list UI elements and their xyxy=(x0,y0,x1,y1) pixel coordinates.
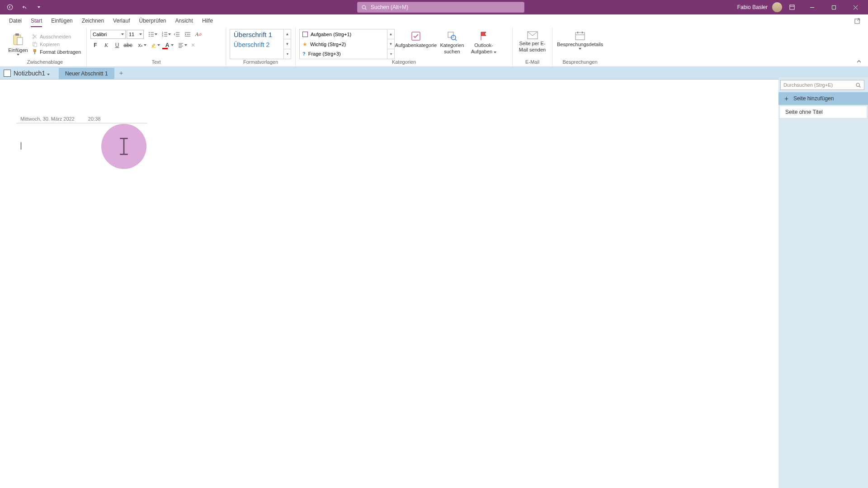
tab-verlauf[interactable]: Verlauf xyxy=(108,14,134,27)
calendar-icon xyxy=(574,31,586,41)
menu-tabs: Datei Start Einfügen Zeichnen Verlauf Üb… xyxy=(0,14,868,27)
numbering-button[interactable]: 123 xyxy=(158,30,171,39)
font-size-select[interactable]: 11 xyxy=(127,30,144,39)
style-h1[interactable]: Überschrift 1 xyxy=(230,29,283,40)
ribbon: Einfügen Ausschneiden Kopieren Format üb… xyxy=(0,27,868,67)
undo-button[interactable] xyxy=(18,2,31,13)
align-button[interactable] xyxy=(175,41,187,50)
notebook-name[interactable]: Notizbuch1 xyxy=(14,70,50,77)
svg-rect-9 xyxy=(855,19,859,23)
copy-button: Kopieren xyxy=(32,41,81,47)
email-page-button[interactable]: Seite per E-Mail senden xyxy=(516,29,548,59)
group-label-clipboard: Zwischenablage xyxy=(7,59,83,66)
tab-einfuegen[interactable]: Einfügen xyxy=(47,14,77,27)
font-color-button[interactable]: A xyxy=(161,41,174,50)
highlight-button[interactable] xyxy=(147,41,160,50)
svg-line-45 xyxy=(455,39,457,41)
tag-task[interactable]: Aufgaben (Strg+1) xyxy=(300,29,387,39)
qat-customize[interactable] xyxy=(33,2,45,13)
svg-line-2 xyxy=(365,8,367,9)
clear-formatting-button[interactable]: A⊘ xyxy=(193,30,203,39)
find-categories-button[interactable]: Kategoriensuchen xyxy=(437,29,467,59)
group-label-email: E-Mail xyxy=(516,59,548,66)
style-h2[interactable]: Überschrift 2 xyxy=(230,40,283,50)
group-label-text: Text xyxy=(90,59,222,66)
meeting-details-button[interactable]: Besprechungsdetails xyxy=(556,29,604,59)
tags-more[interactable]: ▾ xyxy=(387,49,394,59)
styles-more[interactable]: ▾ xyxy=(284,49,291,59)
format-painter-button[interactable]: Format übertragen xyxy=(32,49,81,55)
flag-icon xyxy=(479,31,489,42)
outdent-button[interactable] xyxy=(172,30,182,39)
page-search-placeholder: Durchsuchen (Strg+E) xyxy=(783,82,833,88)
strikethrough-button[interactable]: abc xyxy=(123,41,133,50)
text-cursor xyxy=(21,142,21,150)
outlook-tasks-button[interactable]: Outlook-Aufgaben xyxy=(469,29,499,59)
task-category-button[interactable]: Aufgabenkategorie xyxy=(396,29,435,59)
cursor-indicator xyxy=(101,124,146,169)
svg-point-0 xyxy=(7,5,12,9)
subscript-button[interactable]: x₂ xyxy=(134,41,146,50)
tags-down[interactable]: ▼ xyxy=(387,39,394,49)
search-icon xyxy=(361,5,367,10)
notebook-icon[interactable] xyxy=(4,70,11,77)
tab-hilfe[interactable]: Hilfe xyxy=(198,14,217,27)
svg-rect-12 xyxy=(17,38,23,45)
tab-ansicht[interactable]: Ansicht xyxy=(171,14,198,27)
svg-rect-16 xyxy=(34,43,37,47)
svg-point-21 xyxy=(149,34,150,35)
tab-zeichnen[interactable]: Zeichnen xyxy=(77,14,108,27)
tab-start[interactable]: Start xyxy=(26,14,47,27)
page-timestamp: Mittwoch, 30. März 2022 20:38 xyxy=(20,116,100,122)
add-section-button[interactable]: ＋ xyxy=(116,68,126,78)
group-tags: Aufgaben (Strg+1) ★Wichtig (Strg+2) ?Fra… xyxy=(296,28,513,66)
tab-datei[interactable]: Datei xyxy=(5,14,26,27)
back-button[interactable] xyxy=(4,2,16,13)
svg-point-23 xyxy=(149,36,150,37)
group-email: Seite per E-Mail senden E-Mail xyxy=(513,28,552,66)
tag-important[interactable]: ★Wichtig (Strg+2) xyxy=(300,39,387,49)
styles-up[interactable]: ▲ xyxy=(284,29,291,39)
tab-ueberpruefen[interactable]: Überprüfen xyxy=(134,14,170,27)
tag-question[interactable]: ?Frage (Strg+3) xyxy=(300,49,387,59)
bold-button[interactable]: F xyxy=(90,41,100,50)
tags-gallery[interactable]: Aufgaben (Strg+1) ★Wichtig (Strg+2) ?Fra… xyxy=(299,29,387,59)
svg-rect-17 xyxy=(33,49,36,51)
delete-button[interactable]: ✕ xyxy=(188,41,198,50)
page-list-pane: ＋ Seite hinzufügen Seite ohne Titel xyxy=(778,77,868,488)
font-select[interactable]: Calibri xyxy=(90,30,126,39)
styles-gallery[interactable]: Überschrift 1 Überschrift 2 xyxy=(230,29,284,59)
share-button[interactable] xyxy=(854,17,862,25)
indent-button[interactable] xyxy=(183,30,193,39)
minimize-button[interactable] xyxy=(802,0,822,14)
title-right: Fabio Basler xyxy=(737,0,868,14)
align-left-icon xyxy=(178,42,184,48)
tags-up[interactable]: ▲ xyxy=(387,29,394,39)
notebook-bar: Notizbuch1 Neuer Abschnitt 1 ＋ xyxy=(0,67,868,80)
ribbon-display-options[interactable] xyxy=(784,0,800,14)
bullets-button[interactable] xyxy=(145,30,157,39)
search-input[interactable] xyxy=(371,4,520,10)
qat xyxy=(0,2,45,13)
page-list-item[interactable]: Seite ohne Titel xyxy=(779,106,867,118)
copy-icon xyxy=(32,41,38,47)
maximize-button[interactable] xyxy=(824,0,844,14)
star-icon: ★ xyxy=(302,41,307,47)
user-name[interactable]: Fabio Basler xyxy=(737,4,768,10)
styles-spinner: ▲ ▼ ▾ xyxy=(284,29,291,59)
section-tab[interactable]: Neuer Abschnitt 1 xyxy=(59,68,114,80)
underline-button[interactable]: U xyxy=(112,41,122,50)
styles-down[interactable]: ▼ xyxy=(284,39,291,49)
paste-button[interactable]: Einfügen xyxy=(7,29,29,59)
search-box[interactable] xyxy=(357,2,524,13)
avatar[interactable] xyxy=(772,2,782,12)
page-search[interactable]: Durchsuchen (Strg+E) xyxy=(780,80,864,90)
italic-button[interactable]: K xyxy=(101,41,111,50)
scissors-icon xyxy=(32,33,38,40)
svg-rect-6 xyxy=(832,5,835,9)
add-page-button[interactable]: ＋ Seite hinzufügen xyxy=(778,92,868,105)
close-button[interactable] xyxy=(845,0,865,14)
svg-point-19 xyxy=(149,32,150,33)
collapse-ribbon[interactable] xyxy=(856,58,862,66)
page-date: Mittwoch, 30. März 2022 xyxy=(20,116,75,122)
